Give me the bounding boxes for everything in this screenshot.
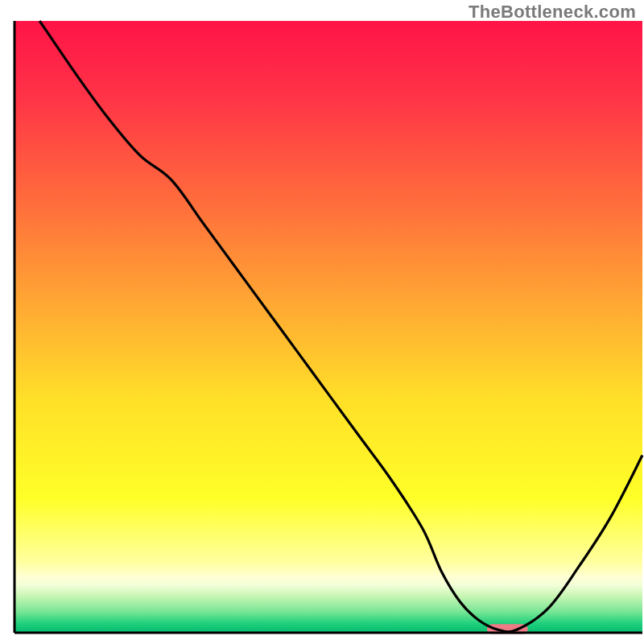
chart-container: TheBottleneck.com — [0, 0, 644, 644]
watermark-text: TheBottleneck.com — [469, 2, 636, 23]
bottleneck-chart — [0, 0, 644, 644]
gradient-background — [14, 21, 642, 633]
